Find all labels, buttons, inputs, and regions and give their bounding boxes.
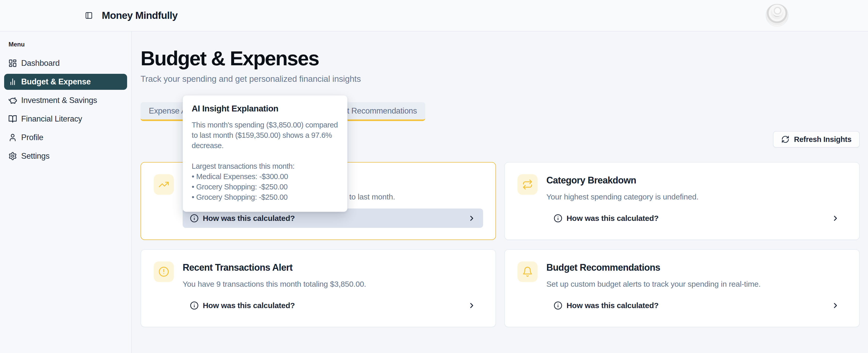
sidebar-item-profile[interactable]: Profile: [4, 130, 127, 145]
app-title: Money Mindfully: [102, 10, 178, 21]
how-calculated-label: How was this calculated?: [203, 214, 295, 223]
sidebar-item-label: Budget & Expense: [21, 77, 91, 86]
tab-recommendations[interactable]: ct Recommendations: [343, 106, 417, 116]
info-icon: [190, 301, 199, 310]
sidebar-nav: Dashboard Budget & Expense Investment & …: [4, 55, 127, 164]
refresh-icon: [781, 135, 789, 143]
chevron-right-icon: [468, 214, 476, 222]
tooltip-transactions: Largest transactions this month: • Medic…: [192, 161, 338, 202]
gear-icon: [8, 152, 17, 161]
card-description: Set up custom budget alerts to track you…: [547, 279, 847, 289]
sidebar-item-dashboard[interactable]: Dashboard: [4, 55, 127, 71]
sidebar: Menu Dashboard Budget & Expense Investme…: [0, 32, 132, 353]
bar-chart-icon: [8, 77, 17, 86]
ai-insight-tooltip: AI Insight Explanation This month's spen…: [183, 95, 347, 212]
card-title: Recent Transactions Alert: [183, 262, 483, 273]
card-category-breakdown: Category Breakdown Your highest spending…: [504, 162, 860, 240]
page-title: Budget & Expenses: [141, 47, 860, 70]
card-title: Budget Recommendations: [547, 262, 847, 273]
refresh-insights-button[interactable]: Refresh Insights: [773, 131, 860, 148]
info-icon: [554, 214, 562, 223]
card-title: Category Breakdown: [547, 175, 847, 186]
card-budget-recommendations: Budget Recommendations Set up custom bud…: [504, 249, 860, 327]
top-header: Money Mindfully: [0, 0, 868, 32]
sidebar-item-budget-expense[interactable]: Budget & Expense: [4, 74, 127, 90]
user-icon: [8, 133, 17, 142]
sidebar-item-label: Profile: [21, 133, 43, 142]
card-description: You have 9 transactions this month total…: [183, 279, 483, 289]
sidebar-item-settings[interactable]: Settings: [4, 148, 127, 164]
alert-circle-icon: [154, 261, 174, 282]
how-calculated-label: How was this calculated?: [566, 214, 658, 223]
refresh-insights-label: Refresh Insights: [794, 135, 851, 144]
sidebar-item-financial-literacy[interactable]: Financial Literacy: [4, 111, 127, 127]
page-subtitle: Track your spending and get personalized…: [141, 74, 860, 83]
sidebar-menu-label: Menu: [8, 41, 127, 48]
how-calculated-label: How was this calculated?: [203, 301, 295, 310]
how-calculated-button[interactable]: How was this calculated?: [547, 209, 847, 228]
chevron-right-icon: [831, 214, 840, 222]
sidebar-item-label: Settings: [21, 151, 50, 161]
how-calculated-button[interactable]: How was this calculated?: [547, 296, 847, 315]
sidebar-item-label: Dashboard: [21, 59, 60, 68]
bell-icon: [518, 261, 537, 282]
trending-up-icon: [154, 174, 174, 195]
card-body: Recent Transactions Alert You have 9 tra…: [183, 261, 483, 327]
how-calculated-button[interactable]: How was this calculated?: [183, 296, 483, 315]
chevron-right-icon: [468, 302, 476, 310]
card-recent-transactions: Recent Transactions Alert You have 9 tra…: [141, 249, 496, 327]
dashboard-icon: [8, 59, 17, 68]
repeat-icon: [518, 174, 537, 195]
user-avatar[interactable]: [766, 4, 788, 27]
sidebar-item-label: Financial Literacy: [21, 114, 82, 123]
book-open-icon: [8, 114, 17, 123]
card-body: Budget Recommendations Set up custom bud…: [547, 261, 847, 327]
panel-left-icon: [85, 12, 93, 20]
card-description: Your highest spending category is undefi…: [547, 192, 847, 202]
tooltip-title: AI Insight Explanation: [192, 104, 338, 113]
app-root: Money Mindfully Menu Dashboard Budget & …: [0, 0, 868, 353]
card-body: Category Breakdown Your highest spending…: [547, 174, 847, 240]
info-icon: [554, 301, 562, 310]
chevron-right-icon: [831, 302, 840, 310]
info-icon: [190, 214, 199, 223]
sidebar-item-investment-savings[interactable]: Investment & Savings: [4, 93, 127, 108]
tooltip-summary: This month's spending ($3,850.00) compar…: [192, 120, 338, 151]
sidebar-toggle-button[interactable]: [83, 10, 95, 21]
piggy-bank-icon: [8, 96, 17, 105]
sidebar-item-label: Investment & Savings: [21, 96, 97, 105]
how-calculated-label: How was this calculated?: [566, 301, 658, 310]
